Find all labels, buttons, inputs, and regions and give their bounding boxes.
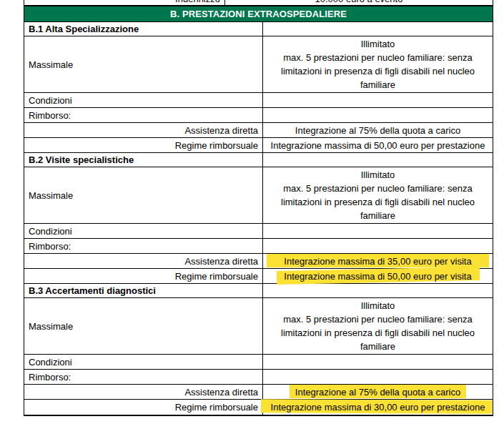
condizioni-value — [263, 93, 493, 107]
section-b-band-title: B. PRESTAZIONI EXTRAOSPEDALIERE — [24, 6, 493, 22]
assistenza-diretta-row: Assistenza diretta Integrazione al 75% d… — [24, 385, 493, 400]
regime-rimborsuale-label: Regime rimborsuale — [24, 269, 263, 283]
indennizzo-value: 10.000 euro a evento — [225, 0, 493, 5]
section-title-row: B.3 Accertamenti diagnostici — [24, 284, 493, 298]
section-b2: B.2 Visite specialistiche Massimale Illi… — [24, 153, 493, 284]
rimborso-label: Rimborso: — [24, 239, 263, 253]
assistenza-diretta-value-cell: Integrazione al 75% della quota a carico — [263, 385, 493, 399]
regime-rimborsuale-value: Integrazione massima di 30,00 euro per p… — [271, 402, 485, 413]
massimale-value: Illimitato max. 5 prestazioni per nucleo… — [263, 298, 493, 354]
regime-rimborsuale-label: Regime rimborsuale — [24, 138, 263, 152]
condizioni-label: Condizioni — [24, 93, 263, 107]
section-title-row: B.1 Alta Specializzazione — [24, 22, 493, 36]
regime-rimborsuale-label: Regime rimborsuale — [24, 400, 263, 415]
condizioni-row: Condizioni — [24, 224, 493, 239]
assistenza-diretta-value: Integrazione al 75% della quota a carico — [295, 387, 460, 398]
rimborso-row: Rimborso: — [24, 239, 493, 254]
section-title: B.3 Accertamenti diagnostici — [24, 284, 263, 297]
assistenza-diretta-value-cell: Integrazione massima di 35,00 euro per v… — [263, 254, 493, 268]
massimale-label: Massimale — [24, 298, 263, 354]
section-title-empty-cell — [263, 284, 493, 297]
massimale-row: Massimale Illimitato max. 5 prestazioni … — [24, 298, 493, 355]
massimale-row: Massimale Illimitato max. 5 prestazioni … — [24, 167, 493, 224]
condizioni-label: Condizioni — [24, 224, 263, 238]
condizioni-value — [263, 224, 493, 238]
condizioni-value — [263, 355, 493, 369]
regime-rimborsuale-value-cell: Integrazione massima di 50,00 euro per p… — [263, 138, 493, 152]
massimale-value: Illimitato max. 5 prestazioni per nucleo… — [263, 167, 493, 223]
section-title: B.2 Visite specialistiche — [24, 153, 263, 167]
regime-rimborsuale-value-cell: Integrazione massima di 50,00 euro per v… — [263, 269, 493, 283]
rimborso-value — [263, 108, 493, 122]
section-b1: B.1 Alta Specializzazione Massimale Illi… — [24, 22, 493, 153]
rimborso-row: Rimborso: — [24, 108, 493, 123]
indennizzo-row: Indennizzo 10.000 euro a evento — [24, 0, 493, 6]
section-title-empty-cell — [263, 22, 493, 36]
regime-rimborsuale-value: Integrazione massima di 50,00 euro per v… — [284, 271, 471, 282]
rimborso-label: Rimborso: — [24, 108, 263, 122]
section-title: B.1 Alta Specializzazione — [24, 22, 263, 36]
assistenza-diretta-label: Assistenza diretta — [24, 254, 263, 268]
assistenza-diretta-label: Assistenza diretta — [24, 123, 263, 137]
assistenza-diretta-row: Assistenza diretta Integrazione massima … — [24, 254, 493, 269]
section-b3: B.3 Accertamenti diagnostici Massimale I… — [24, 284, 493, 415]
massimale-label: Massimale — [24, 167, 263, 223]
assistenza-diretta-row: Assistenza diretta Integrazione al 75% d… — [24, 123, 493, 138]
assistenza-diretta-label: Assistenza diretta — [24, 385, 263, 399]
assistenza-diretta-value: Integrazione al 75% della quota a carico — [295, 125, 460, 136]
rimborso-value — [263, 239, 493, 253]
indennizzo-label: Indennizzo — [24, 0, 225, 5]
condizioni-label: Condizioni — [24, 355, 263, 369]
section-title-empty-cell — [263, 153, 493, 167]
massimale-row: Massimale Illimitato max. 5 prestazioni … — [24, 36, 493, 93]
rimborso-label: Rimborso: — [24, 370, 263, 384]
section-title-row: B.2 Visite specialistiche — [24, 153, 493, 167]
regime-rimborsuale-row: Regime rimborsuale Integrazione massima … — [24, 400, 493, 415]
assistenza-diretta-value: Integrazione massima di 35,00 euro per v… — [284, 256, 471, 267]
condizioni-row: Condizioni — [24, 355, 493, 370]
assistenza-diretta-value-cell: Integrazione al 75% della quota a carico — [263, 123, 493, 137]
rimborso-row: Rimborso: — [24, 370, 493, 385]
rimborso-value — [263, 370, 493, 384]
regime-rimborsuale-value-cell: Integrazione massima di 30,00 euro per p… — [263, 400, 493, 415]
regime-rimborsuale-value: Integrazione massima di 50,00 euro per p… — [271, 140, 485, 151]
condizioni-row: Condizioni — [24, 93, 493, 108]
regime-rimborsuale-row: Regime rimborsuale Integrazione massima … — [24, 269, 493, 284]
massimale-label: Massimale — [24, 36, 263, 92]
benefits-table: Indennizzo 10.000 euro a evento B. PREST… — [24, 0, 493, 416]
regime-rimborsuale-row: Regime rimborsuale Integrazione massima … — [24, 138, 493, 153]
massimale-value: Illimitato max. 5 prestazioni per nucleo… — [263, 36, 493, 92]
